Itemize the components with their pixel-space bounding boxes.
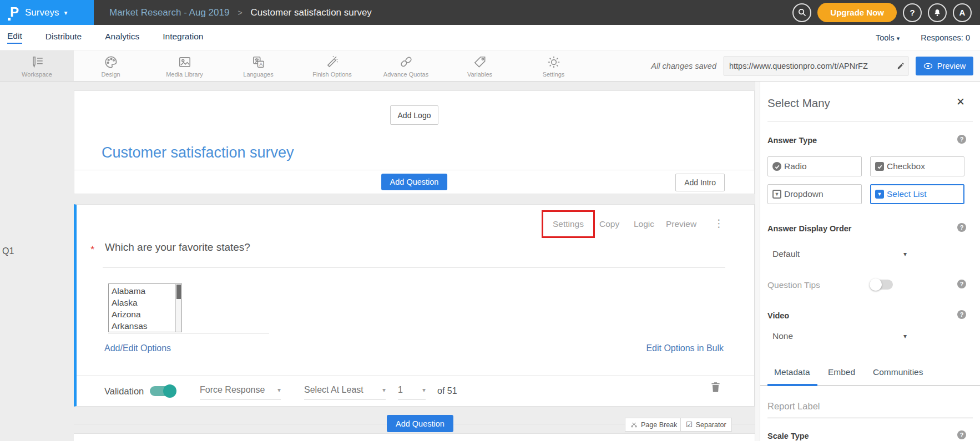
video-select[interactable]: None ▾ bbox=[772, 331, 917, 341]
add-intro-button[interactable]: Add Intro bbox=[675, 174, 725, 191]
palette-icon bbox=[104, 55, 118, 69]
chain-link-icon bbox=[399, 55, 413, 69]
separator-button[interactable]: ☑ Separator bbox=[680, 418, 732, 432]
notifications-button[interactable] bbox=[928, 3, 947, 22]
listbox-option[interactable]: Arizona bbox=[109, 308, 181, 320]
toolbar-item-finish-options[interactable]: Finish Options bbox=[295, 50, 369, 81]
tab-distribute[interactable]: Distribute bbox=[46, 32, 82, 43]
listbox-option[interactable]: Arkansas bbox=[109, 320, 181, 332]
answer-type-checkbox[interactable]: Checkbox bbox=[870, 156, 964, 176]
question-tips-toggle[interactable] bbox=[870, 278, 893, 291]
avatar[interactable]: A bbox=[953, 3, 972, 22]
add-question-bottom-button[interactable]: Add Question bbox=[387, 415, 453, 432]
answer-type-radio[interactable]: Radio bbox=[767, 156, 862, 176]
survey-url-input[interactable] bbox=[724, 62, 893, 70]
question-copy-link[interactable]: Copy bbox=[599, 219, 619, 229]
add-edit-options-link[interactable]: Add/Edit Options bbox=[104, 343, 171, 353]
vertical-scrollbar[interactable] bbox=[755, 82, 760, 441]
question-text-underline bbox=[103, 267, 725, 268]
listbox-scroll-thumb[interactable] bbox=[176, 285, 181, 299]
states-listbox[interactable]: Alabama Alaska Arizona Arkansas bbox=[108, 283, 182, 332]
edit-url-button[interactable] bbox=[893, 62, 908, 70]
upgrade-now-button[interactable]: Upgrade Now bbox=[817, 3, 897, 22]
panel-tab-metadata[interactable]: Metadata bbox=[774, 367, 810, 377]
listbox-scrollbar[interactable] bbox=[175, 284, 181, 332]
survey-url-field[interactable] bbox=[724, 57, 908, 75]
question-logic-link[interactable]: Logic bbox=[634, 219, 654, 229]
close-icon[interactable]: ✕ bbox=[956, 95, 965, 108]
help-icon[interactable]: ? bbox=[957, 280, 966, 288]
toolbar-item-design[interactable]: Design bbox=[74, 50, 148, 81]
toolbar-item-settings[interactable]: Settings bbox=[517, 50, 590, 81]
breadcrumb-current: Customer satisfaction survey bbox=[251, 7, 372, 18]
surveys-menu[interactable]: P Surveys ▾ bbox=[0, 0, 94, 25]
tag-icon bbox=[473, 55, 487, 69]
panel-title: Select Many bbox=[767, 97, 830, 110]
help-icon[interactable]: ? bbox=[957, 223, 966, 232]
question-text[interactable]: Which are your favorite states? bbox=[105, 241, 250, 254]
answer-display-order-select[interactable]: Default ▾ bbox=[772, 249, 917, 259]
kebab-menu-icon[interactable]: ⋮ bbox=[714, 217, 724, 230]
preview-button[interactable]: Preview bbox=[916, 57, 973, 75]
report-label-underline bbox=[767, 418, 973, 418]
toolbar-item-variables[interactable]: Variables bbox=[443, 50, 517, 81]
question-settings-link[interactable]: Settings bbox=[553, 219, 584, 229]
answer-type-dropdown[interactable]: ▼ Dropdown bbox=[767, 184, 862, 204]
surveys-menu-label: Surveys bbox=[25, 7, 59, 18]
delete-question-button[interactable] bbox=[710, 381, 721, 396]
search-icon bbox=[797, 8, 807, 17]
validation-divider bbox=[77, 375, 754, 376]
help-icon[interactable]: ? bbox=[957, 310, 966, 319]
search-button[interactable] bbox=[792, 3, 811, 22]
save-status: All changes saved bbox=[651, 62, 716, 70]
question-preview-link[interactable]: Preview bbox=[666, 219, 696, 229]
svg-text:A: A bbox=[259, 62, 263, 67]
select-at-least-select[interactable]: Select At Least ▾ bbox=[304, 385, 386, 399]
minimum-count-select[interactable]: 1 ▾ bbox=[398, 385, 426, 399]
tab-edit[interactable]: Edit bbox=[7, 31, 22, 44]
pencil-icon bbox=[897, 62, 905, 70]
add-logo-button[interactable]: Add Logo bbox=[390, 105, 439, 125]
toolbar-item-media-library[interactable]: Media Library bbox=[148, 50, 221, 81]
video-label: Video bbox=[767, 311, 789, 320]
validation-toggle[interactable] bbox=[150, 384, 176, 398]
eye-icon bbox=[923, 63, 933, 69]
toolbar-item-advance-quotas[interactable]: Advance Quotas bbox=[369, 50, 443, 81]
image-icon bbox=[178, 55, 192, 69]
chevron-down-icon: ▾ bbox=[277, 386, 281, 394]
tab-integration[interactable]: Integration bbox=[163, 32, 203, 43]
required-marker: * bbox=[90, 244, 94, 256]
help-icon[interactable]: ? bbox=[957, 135, 966, 144]
toolbar-item-workspace[interactable]: Workspace bbox=[0, 50, 74, 81]
validation-label: Validation bbox=[104, 386, 144, 397]
breadcrumb-folder[interactable]: Market Research - Aug 2019 bbox=[109, 7, 229, 18]
tools-menu[interactable]: Tools ▾ bbox=[876, 33, 900, 42]
chevron-down-icon: ▾ bbox=[903, 332, 907, 340]
toolbar-item-languages[interactable]: A Languages bbox=[221, 50, 295, 81]
help-icon[interactable]: ? bbox=[957, 430, 966, 439]
answer-type-select-list[interactable]: ▼ Select List bbox=[870, 184, 964, 204]
topbar: P Surveys ▾ Market Research - Aug 2019 >… bbox=[0, 0, 980, 25]
force-response-select[interactable]: Force Response ▾ bbox=[200, 385, 281, 399]
responses-count[interactable]: Responses: 0 bbox=[921, 33, 970, 42]
nav-utilities: Tools ▾ Responses: 0 bbox=[876, 33, 980, 42]
add-question-button[interactable]: Add Question bbox=[381, 174, 448, 190]
edit-options-in-bulk-link[interactable]: Edit Options in Bulk bbox=[646, 343, 724, 353]
survey-title[interactable]: Customer satisfaction survey bbox=[102, 144, 294, 161]
toolbar-right: All changes saved Preview bbox=[651, 50, 980, 81]
report-label-input[interactable] bbox=[767, 401, 973, 412]
next-section-strip bbox=[74, 433, 755, 441]
panel-tab-communities[interactable]: Communities bbox=[873, 367, 923, 377]
select-list-caret-icon: ▼ bbox=[875, 190, 884, 199]
listbox-option[interactable]: Alaska bbox=[109, 297, 181, 308]
breadcrumb: Market Research - Aug 2019 > Customer sa… bbox=[109, 7, 372, 18]
listbox-option[interactable]: Alabama bbox=[109, 285, 181, 297]
tab-analytics[interactable]: Analytics bbox=[105, 32, 139, 43]
panel-tab-embed[interactable]: Embed bbox=[828, 367, 855, 377]
active-tab-indicator bbox=[767, 384, 817, 386]
page-break-button[interactable]: Page Break bbox=[625, 418, 683, 432]
answer-display-order-label: Answer Display Order bbox=[767, 224, 852, 233]
chevron-down-icon: ▾ bbox=[897, 35, 900, 42]
help-button[interactable]: ? bbox=[903, 3, 922, 22]
edit-toolbar: Workspace Design Media Library A Languag… bbox=[0, 50, 980, 82]
